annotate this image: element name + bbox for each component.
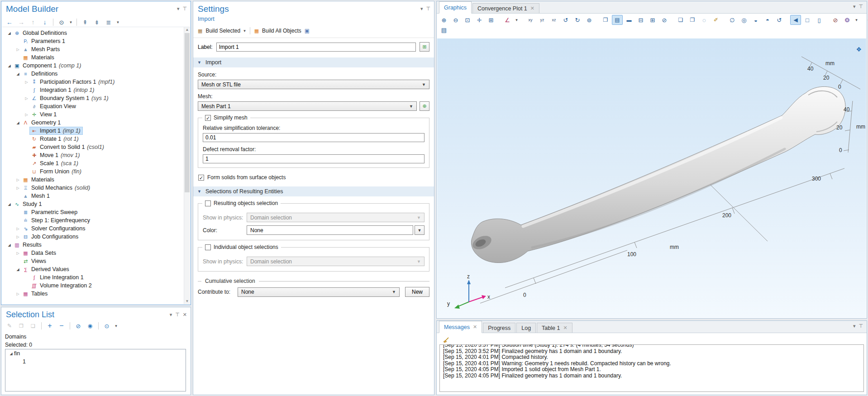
tree-node-equation-view[interactable]: ∂Equation View — [2, 102, 184, 110]
tree-node-data-sets[interactable]: ▷▦Data Sets — [2, 249, 184, 257]
merge-view-horizontal-icon[interactable]: ⊟ — [635, 15, 646, 25]
add-icon[interactable]: + — [44, 321, 55, 331]
expand-icon[interactable]: ▷ — [24, 113, 29, 117]
collapse-icon[interactable]: ◢ — [6, 202, 12, 206]
section-import[interactable]: ▼ Import — [193, 57, 434, 67]
collapse-all-icon[interactable]: ⇞ — [80, 17, 91, 27]
show-all-icon[interactable]: ◎ — [739, 15, 749, 25]
resulting-objects-checkbox[interactable] — [205, 200, 211, 206]
add-mesh-part-button[interactable]: ⊕ — [420, 101, 429, 111]
tree-node-participation-factors-1[interactable]: ▷⁑Participation Factors 1(mpf1) — [2, 78, 184, 86]
remove-icon[interactable]: − — [56, 321, 67, 331]
tree-node-parametric-sweep[interactable]: ≣Parametric Sweep — [2, 208, 184, 216]
tree-node-geometry-1[interactable]: ◢ΛGeometry 1 — [2, 119, 184, 127]
expand-icon[interactable]: ▷ — [15, 48, 21, 52]
graphics-overflow-icon[interactable]: ❖ — [856, 46, 862, 53]
clear-log-icon[interactable] — [440, 335, 451, 345]
tree-node-materials[interactable]: ▷▦Materials — [2, 176, 184, 184]
show-selection-icon[interactable]: ◉ — [85, 321, 95, 331]
merge-view-vertical-icon[interactable]: ⊞ — [647, 15, 658, 25]
panel-menu-icon[interactable]: ▾ — [170, 312, 172, 318]
selection-item-1[interactable]: 1 — [5, 358, 186, 366]
go-to-yz-view-icon[interactable]: yz — [537, 15, 548, 25]
move-up-icon[interactable]: ↑ — [28, 17, 38, 27]
rotate-clockwise-icon[interactable]: ↻ — [572, 15, 583, 25]
single-view-icon[interactable]: ▬ — [624, 15, 634, 25]
color-dropdown-button[interactable]: ▼ — [415, 225, 424, 235]
section-selections[interactable]: ▼ Selections of Resulting Entities — [193, 186, 434, 196]
collapse-icon[interactable]: ◢ — [8, 352, 14, 356]
tree-node-integration-1[interactable]: ∫Integration 1(intop 1) — [2, 86, 184, 94]
scene-light-icon[interactable]: ◀ — [790, 15, 801, 25]
individual-objects-checkbox[interactable] — [205, 244, 211, 250]
new-selection-button[interactable]: New — [405, 287, 429, 297]
expand-icon[interactable]: ▷ — [15, 292, 21, 296]
collapse-icon[interactable]: ◢ — [6, 64, 12, 68]
tree-node-job-configurations[interactable]: ▷⊟Job Configurations — [2, 233, 184, 241]
go-to-view-icon[interactable]: ⊚ — [584, 15, 595, 25]
build-preceding-icon[interactable]: ▣ — [305, 28, 310, 34]
dropdown-icon[interactable]: ▾ — [854, 15, 859, 25]
collapse-icon[interactable]: ◢ — [15, 121, 21, 125]
expand-icon[interactable]: ▷ — [15, 227, 21, 231]
deactivate-view-icon[interactable]: ⊘ — [659, 15, 670, 25]
scroll-up-icon[interactable]: ▲ — [184, 27, 190, 33]
tree-node-mesh-1[interactable]: ▲Mesh 1 — [2, 192, 184, 200]
expand-icon[interactable]: ▷ — [15, 186, 21, 190]
image-snapshot-icon[interactable]: ✪ — [865, 15, 868, 25]
view-options-icon[interactable]: ⊙ — [101, 321, 112, 331]
pin-icon[interactable]: ⊤ — [858, 323, 863, 329]
clear-selection-icon[interactable]: ✐ — [711, 15, 721, 25]
copy-image-file-icon[interactable]: ❐ — [687, 15, 698, 25]
messages-tab-progress[interactable]: Progress — [483, 323, 515, 333]
expand-all-icon[interactable]: ⇟ — [91, 17, 102, 27]
contribute-select[interactable]: None ▼ — [238, 287, 400, 297]
tree-node-import-1[interactable]: ⇤Import 1(imp 1) — [2, 127, 184, 135]
scene-composition-icon[interactable]: ❐ — [600, 15, 611, 25]
label-input[interactable] — [216, 43, 416, 52]
source-select[interactable]: Mesh or STL file ▼ — [198, 80, 429, 89]
graphics-tab-convergence-plot-1[interactable]: Convergence Plot 1✕ — [472, 3, 539, 13]
close-icon[interactable]: ✕ — [473, 324, 477, 330]
tree-node-mesh-parts[interactable]: ▷▲Mesh Parts — [2, 45, 184, 53]
message-log[interactable]: [Sep 15, 2020 3:37 PM] Solution time (St… — [439, 344, 864, 392]
pin-icon[interactable]: ⊤ — [175, 312, 180, 318]
view-hidden-only-icon[interactable]: ◒ — [750, 15, 761, 25]
rotate-counterclockwise-icon[interactable]: ↺ — [560, 15, 571, 25]
tree-node-definitions[interactable]: ◢≡Definitions — [2, 70, 184, 78]
print-icon[interactable]: ▤ — [439, 25, 449, 35]
form-solids-checkbox[interactable]: ✓ — [198, 175, 204, 181]
color-select[interactable]: None — [247, 225, 413, 235]
expand-icon[interactable]: ▷ — [24, 80, 29, 84]
tree-node-solid-mechanics[interactable]: ▷ΞSolid Mechanics(solid) — [2, 184, 184, 192]
forward-icon[interactable]: → — [16, 17, 27, 27]
close-icon[interactable]: ✕ — [183, 312, 187, 318]
split-view-icon[interactable]: ▤ — [612, 15, 623, 25]
selection-list-box[interactable]: ◢fin1 — [5, 349, 186, 391]
tree-node-form-union[interactable]: ⊔Form Union(fin) — [2, 167, 184, 176]
dropdown-icon[interactable]: ▾ — [514, 15, 520, 25]
pin-icon[interactable]: ⊤ — [858, 4, 863, 10]
reset-hiding-icon[interactable]: ↺ — [774, 15, 785, 25]
scroll-down-icon[interactable]: ▼ — [184, 299, 190, 304]
pin-icon[interactable]: ⊤ — [182, 6, 187, 12]
pin-icon[interactable]: ⊤ — [426, 6, 430, 12]
expand-icon[interactable]: ▷ — [15, 235, 21, 239]
tree-node-move-1[interactable]: ✚Move 1(mov 1) — [2, 151, 184, 159]
collapse-icon[interactable]: ◢ — [15, 72, 21, 76]
paste-icon[interactable]: ❏ — [28, 321, 38, 331]
graphics-canvas[interactable]: z x y 40mm20040mm200300200mm1000 ❖ — [437, 38, 866, 318]
tolerance-input[interactable] — [203, 133, 424, 142]
expand-icon[interactable]: ▷ — [15, 178, 21, 182]
tree-node-view-1[interactable]: ▷✛View 1 — [2, 110, 184, 119]
show-icon[interactable]: ⊙ — [56, 17, 67, 27]
move-down-icon[interactable]: ↓ — [39, 17, 50, 27]
default-3d-view-icon[interactable]: ∠ — [502, 15, 513, 25]
panel-menu-icon[interactable]: ▾ — [177, 6, 180, 12]
tree-node-rotate-1[interactable]: ↻Rotate 1(rot 1) — [2, 135, 184, 143]
tree-node-scale-1[interactable]: ↗Scale 1(sca 1) — [2, 159, 184, 167]
mesh-select[interactable]: Mesh Part 1 ▼ — [198, 101, 417, 111]
tree-node-line-integration-1[interactable]: ∫Line Integration 1 — [2, 273, 184, 281]
close-icon[interactable]: ✕ — [563, 325, 567, 331]
defect-input[interactable] — [203, 154, 424, 163]
